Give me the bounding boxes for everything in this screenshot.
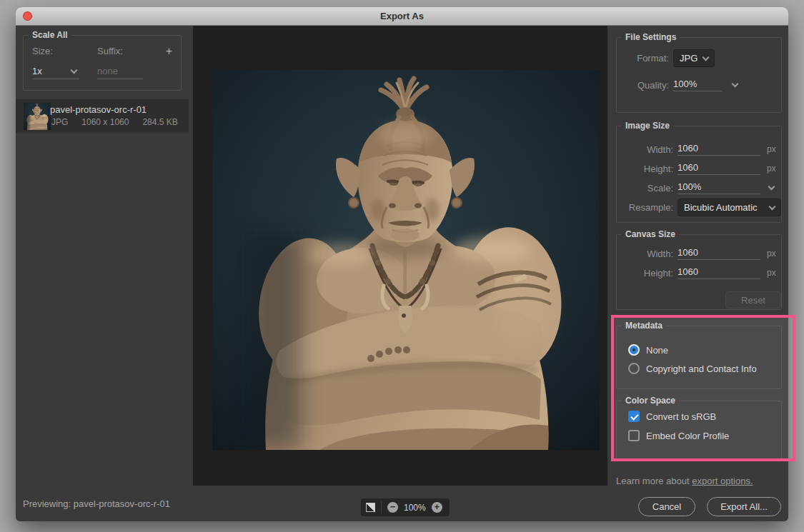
scale-all-header: Scale All xyxy=(29,30,71,40)
canvas-width-label: Width: xyxy=(617,249,673,259)
scale-input[interactable]: 100% xyxy=(678,181,760,194)
export-options-link[interactable]: export options. xyxy=(692,476,753,486)
image-height-input[interactable]: 1060 xyxy=(678,162,760,175)
convert-srgb-option[interactable]: Convert to sRGB xyxy=(628,410,716,423)
format-dropdown[interactable]: JPG xyxy=(673,49,715,67)
size-value: 1x xyxy=(32,66,42,76)
zoom-level[interactable]: 100% xyxy=(404,503,426,513)
metadata-option-copyright[interactable]: Copyright and Contact Info xyxy=(628,362,757,375)
previewing-status: Previewing: pavel-protasov-orc-r-01 xyxy=(23,498,170,509)
close-window-button[interactable] xyxy=(23,11,32,21)
radio-label: Copyright and Contact Info xyxy=(646,363,757,374)
scale-all-group: Scale All Size: Suffix: + 1x none xyxy=(23,35,182,91)
cancel-button[interactable]: Cancel xyxy=(638,497,695,516)
canvas-height-label: Height: xyxy=(617,268,673,278)
color-space-header: Color Space xyxy=(622,396,679,406)
image-width-input[interactable]: 1060 xyxy=(678,143,760,156)
radio-icon[interactable] xyxy=(628,363,640,374)
suffix-label: Suffix: xyxy=(97,46,166,56)
checkbox-label: Embed Color Profile xyxy=(646,431,729,441)
metadata-group: Metadata None Copyright and Contact Info xyxy=(616,326,782,389)
zoom-out-icon[interactable]: − xyxy=(387,502,398,513)
format-value: JPG xyxy=(680,53,698,64)
metadata-option-none[interactable]: None xyxy=(628,343,668,356)
window-title: Export As xyxy=(380,11,424,21)
quality-label: Quality: xyxy=(617,80,669,91)
export-as-dialog: Export As Scale All Size: Suffix: + 1x n… xyxy=(16,7,788,521)
embed-profile-option[interactable]: Embed Color Profile xyxy=(628,429,729,442)
size-label: Size: xyxy=(32,46,97,56)
image-size-group: Image Size Width: 1060 px Height: 1060 p… xyxy=(616,126,782,223)
preview-image xyxy=(212,70,600,450)
file-settings-header: File Settings xyxy=(622,32,680,42)
canvas-size-group: Canvas Size Width: 1060 px Height: 1060 … xyxy=(616,234,782,310)
checkbox-label: Convert to sRGB xyxy=(646,411,716,422)
image-size-header: Image Size xyxy=(622,121,673,131)
file-format: JPG xyxy=(51,117,68,127)
radio-icon[interactable] xyxy=(628,344,640,356)
canvas-height-unit: px xyxy=(767,268,780,278)
metadata-header: Metadata xyxy=(622,321,666,331)
learn-more-text: Learn more about export options. xyxy=(616,476,788,486)
canvas-width-unit: px xyxy=(767,249,780,259)
chevron-down-icon xyxy=(769,204,776,211)
zoom-in-icon[interactable]: + xyxy=(432,502,442,513)
preview-panel xyxy=(193,26,607,486)
format-label: Format: xyxy=(617,53,669,64)
file-thumbnail xyxy=(24,103,51,130)
color-space-group: Color Space Convert to sRGB Embed Color … xyxy=(616,401,782,461)
canvas-size-header: Canvas Size xyxy=(622,229,679,239)
scale-label: Scale: xyxy=(617,183,673,194)
quality-input[interactable]: 100% xyxy=(673,79,723,91)
add-scale-icon[interactable]: + xyxy=(166,46,172,56)
chevron-down-icon[interactable] xyxy=(768,184,775,191)
canvas-height-input[interactable]: 1060 xyxy=(678,266,760,279)
size-select[interactable]: 1x xyxy=(32,66,79,79)
width-unit: px xyxy=(767,144,780,154)
file-settings-group: File Settings Format: JPG Quality: 100% xyxy=(616,37,782,113)
file-list-item-selected[interactable]: pavel-protasov-orc-r-01 JPG 1060 x 1060 … xyxy=(16,99,189,133)
dialog-content: Scale All Size: Suffix: + 1x none xyxy=(16,26,788,521)
file-meta: JPG 1060 x 1060 284.5 KB xyxy=(51,117,178,127)
learn-more-prefix: Learn more about xyxy=(616,476,692,486)
file-name: pavel-protasov-orc-r-01 xyxy=(50,104,147,115)
chevron-down-icon[interactable] xyxy=(732,80,739,87)
preview-background-toggle-icon[interactable] xyxy=(366,503,375,512)
suffix-input[interactable]: none xyxy=(97,66,143,79)
desktop-background: Export As Scale All Size: Suffix: + 1x n… xyxy=(0,0,804,532)
file-size: 284.5 KB xyxy=(142,117,177,127)
radio-label: None xyxy=(646,345,668,356)
chevron-down-icon xyxy=(703,54,710,61)
height-label: Height: xyxy=(617,164,673,174)
checkbox-icon[interactable] xyxy=(628,430,640,441)
resample-label: Resample: xyxy=(617,202,673,213)
title-bar: Export As xyxy=(16,7,788,26)
reset-button[interactable]: Reset xyxy=(725,291,781,308)
height-unit: px xyxy=(767,164,780,174)
file-dimensions: 1060 x 1060 xyxy=(81,117,129,127)
zoom-toolbar: − 100% + xyxy=(361,498,450,516)
checkbox-icon[interactable] xyxy=(628,411,640,422)
resample-value: Bicubic Automatic xyxy=(684,202,758,213)
canvas-width-input[interactable]: 1060 xyxy=(678,247,760,260)
width-label: Width: xyxy=(617,144,673,155)
chevron-down-icon xyxy=(71,67,78,74)
resample-dropdown[interactable]: Bicubic Automatic xyxy=(678,199,781,216)
export-all-button[interactable]: Export All... xyxy=(707,497,781,516)
toolbar-divider xyxy=(381,501,382,513)
